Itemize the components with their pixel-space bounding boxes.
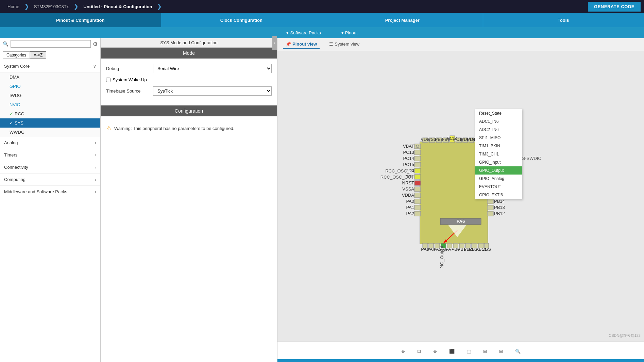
nav-arrow-3: ❯: [157, 3, 162, 10]
check-icon-sys: ✓: [10, 120, 13, 126]
dropdown-item-gpio-output[interactable]: GPIO_Output: [475, 166, 522, 175]
timebase-row: Timebase Source SysTick: [106, 86, 272, 96]
grid-icon: ⊟: [499, 349, 503, 354]
export-button[interactable]: ⬛: [446, 345, 457, 356]
sidebar-content: System Core ∨ DMA GPIO IWDG NVIC ✓ RC: [0, 60, 100, 362]
chevron-down-icon: ∨: [93, 64, 96, 69]
zoom-out-button[interactable]: ⊖: [430, 345, 440, 356]
svg-rect-33: [414, 181, 421, 185]
search-input[interactable]: [11, 40, 91, 48]
search-bar: 🔍 ⚙: [0, 38, 100, 50]
sub-tab-software-packs[interactable]: ▾ Software Packs: [286, 30, 321, 35]
dropdown-item-reset[interactable]: Reset_State: [475, 109, 522, 117]
dropdown-item-gpio-analog[interactable]: GPIO_Analog: [475, 175, 522, 183]
svg-text:VSSA: VSSA: [402, 186, 414, 192]
sub-tab-pinout[interactable]: ▾ Pinout: [341, 30, 358, 35]
dropdown-item-tim1[interactable]: TIM1_BKIN: [475, 142, 522, 150]
generate-code-button[interactable]: GENERATE CODE: [588, 2, 641, 12]
collapse-handle[interactable]: ‹: [272, 36, 277, 50]
filter-az-button[interactable]: A->Z: [30, 51, 46, 59]
category-middleware[interactable]: Middleware and Software Packs ›: [0, 186, 100, 198]
sidebar-item-dma[interactable]: DMA: [0, 72, 100, 82]
layers-button[interactable]: ⬚: [464, 345, 474, 356]
svg-text:RCC_OSC_OUT: RCC_OSC_OUT: [380, 175, 414, 180]
chevron-right-icon: ›: [95, 165, 96, 170]
sidebar-item-iwdg[interactable]: IWDG: [0, 91, 100, 100]
fit-screen-button[interactable]: ⊡: [414, 345, 424, 356]
category-computing[interactable]: Computing ›: [0, 174, 100, 186]
tab-clock-configuration[interactable]: Clock Configuration: [161, 13, 322, 27]
dropdown-item-adc2[interactable]: ADC2_IN6: [475, 126, 522, 134]
left-pins: VBAT PC13 PC14 PC15 PD0 PD1 NRST VSSA: [380, 144, 421, 216]
nav-arrow-1: ❯: [24, 3, 29, 10]
svg-text:PA6: PA6: [457, 219, 465, 224]
category-connectivity[interactable]: Connectivity ›: [0, 161, 100, 174]
wakeup-label: System Wake-Up: [113, 77, 147, 82]
nav-project[interactable]: Untitled - Pinout & Configuration: [79, 0, 156, 13]
dropdown-item-eventout[interactable]: EVENTOUT: [475, 183, 522, 191]
dropdown-item-adc1[interactable]: ADC1_IN6: [475, 117, 522, 126]
svg-rect-25: [414, 156, 421, 161]
svg-text:VBAT: VBAT: [403, 144, 414, 149]
tab-project-manager[interactable]: Project Manager: [322, 13, 483, 27]
tab-pinout-view[interactable]: 📌 Pinout view: [283, 40, 320, 49]
category-system-core[interactable]: System Core ∨: [0, 60, 100, 72]
wakeup-checkbox[interactable]: [106, 78, 111, 82]
fit-icon: ⊡: [417, 349, 421, 354]
config-body: ⚠ Warning: This peripheral has no parame…: [101, 116, 277, 140]
svg-text:VDDA: VDDA: [402, 193, 414, 198]
svg-text:NRST: NRST: [402, 180, 414, 185]
chip-area: VDD VSS PB8 PB9 PC14 PC15 PD0 PD1: [277, 51, 644, 342]
sidebar-item-sys[interactable]: ✓ SYS: [0, 118, 100, 128]
svg-rect-31: [414, 175, 421, 179]
csdn-watermark: CSDN@跤云端123: [609, 333, 641, 338]
tab-tools[interactable]: Tools: [483, 13, 644, 27]
dropdown-item-gpio-exti6[interactable]: GPIO_EXTI6: [475, 191, 522, 199]
svg-rect-29: [414, 168, 421, 173]
timebase-select[interactable]: SysTick: [153, 86, 272, 96]
tab-pinout-configuration[interactable]: Pinout & Configuration: [0, 13, 161, 27]
mode-header: Mode: [101, 48, 277, 59]
svg-rect-43: [414, 211, 421, 216]
svg-rect-41: [414, 205, 421, 210]
config-section: ⚠ Warning: This peripheral has no parame…: [101, 116, 277, 362]
bottom-scrollbar[interactable]: [277, 359, 644, 362]
split-button[interactable]: ⊞: [480, 345, 490, 356]
sidebar: 🔍 ⚙ Categories A->Z System Core ∨ DMA GP…: [0, 38, 101, 362]
svg-text:PC14: PC14: [403, 156, 414, 161]
svg-text:PC13: PC13: [403, 150, 414, 155]
search-chip-icon: 🔍: [515, 349, 521, 354]
nav-home[interactable]: Home: [3, 0, 23, 13]
debug-select[interactable]: Serial Wire: [153, 64, 272, 73]
tab-system-view[interactable]: ☰ System view: [326, 40, 362, 49]
nav-board[interactable]: STM32F103C8Tx: [30, 0, 73, 13]
wakeup-row: System Wake-Up: [106, 77, 272, 82]
sidebar-item-wwdg[interactable]: WWDG: [0, 128, 100, 137]
settings-icon[interactable]: ⚙: [93, 41, 98, 47]
debug-row: Debug Serial Wire: [106, 64, 272, 73]
dropdown-item-spi1[interactable]: SPI1_MISO: [475, 134, 522, 142]
svg-text:VSS: VSS: [482, 247, 491, 252]
category-analog[interactable]: Analog ›: [0, 137, 100, 149]
sidebar-item-gpio[interactable]: GPIO: [0, 82, 100, 91]
split-icon: ⊞: [483, 349, 487, 354]
zoom-in-button[interactable]: ⊕: [399, 345, 408, 356]
category-timers[interactable]: Timers ›: [0, 149, 100, 161]
dropdown-item-gpio-input[interactable]: GPIO_Input: [475, 158, 522, 166]
warning-text: Warning: This peripheral has no paramete…: [114, 126, 234, 131]
sidebar-item-nvic[interactable]: NVIC: [0, 100, 100, 109]
dropdown-item-tim3[interactable]: TIM3_CH1: [475, 150, 522, 158]
section-title: SYS Mode and Configuration: [160, 40, 217, 45]
mode-section: Debug Serial Wire System Wake-Up Timebas…: [101, 59, 277, 105]
chevron-right-icon: ›: [95, 177, 96, 182]
sidebar-item-rcc[interactable]: ✓ RCC: [0, 109, 100, 118]
svg-text:PB14: PB14: [494, 199, 505, 204]
check-icon-rcc: ✓: [10, 111, 13, 116]
bottom-toolbar: ⊕ ⊡ ⊖ ⬛ ⬚ ⊞ ⊟ 🔍: [277, 342, 644, 359]
svg-rect-70: [487, 211, 493, 216]
svg-text:PB12: PB12: [494, 211, 505, 216]
filter-categories-button[interactable]: Categories: [3, 51, 30, 59]
grid-button[interactable]: ⊟: [496, 345, 506, 356]
chevron-right-icon: ›: [95, 190, 96, 194]
search-chip-button[interactable]: 🔍: [512, 345, 523, 356]
